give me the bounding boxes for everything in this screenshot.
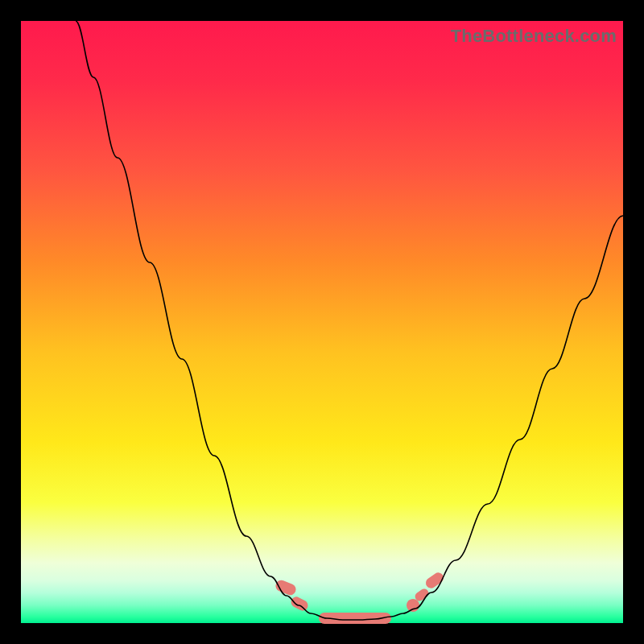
svg-rect-0 (274, 579, 297, 597)
outer-frame: TheBottleneck.com (0, 0, 644, 644)
valley-blobs (274, 571, 445, 624)
chart-svg (21, 21, 623, 623)
svg-rect-1 (289, 595, 310, 613)
plot-area: TheBottleneck.com (21, 21, 623, 623)
bottleneck-curve (76, 21, 623, 620)
svg-point-3 (407, 599, 419, 612)
